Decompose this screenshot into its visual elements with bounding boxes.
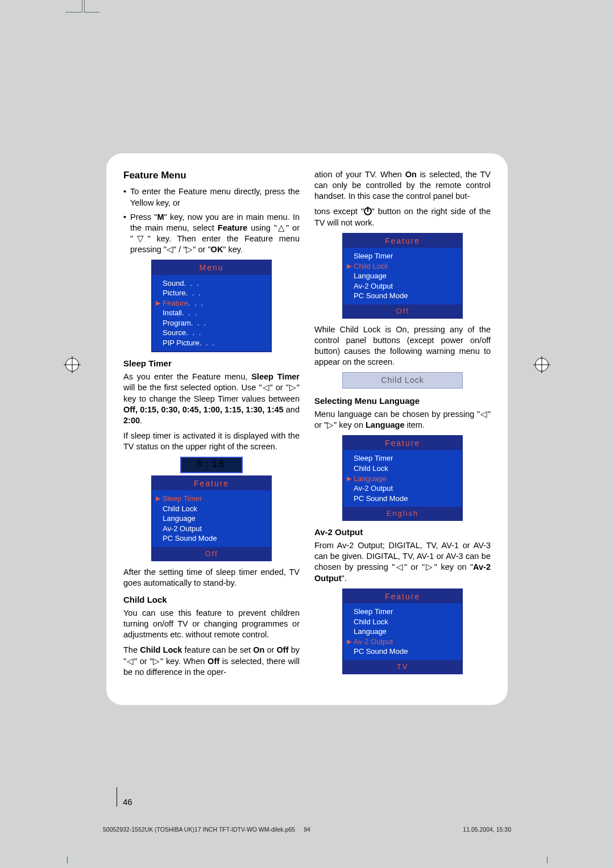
osd-item-label: Language bbox=[354, 627, 387, 637]
osd-menu-item: Av-2 Output bbox=[347, 483, 457, 494]
osd-item-label: Source bbox=[163, 328, 186, 338]
osd-item-label: Child Lock bbox=[354, 261, 388, 272]
osd-item-label: Av-2 Output bbox=[354, 281, 393, 291]
paragraph: As you enter the Feature menu, Sleep Tim… bbox=[123, 372, 300, 426]
manual-page: Feature Menu To enter the Feature menu d… bbox=[99, 11, 515, 835]
osd-item-label: Install bbox=[163, 308, 182, 318]
osd-menu-item: Child Lock bbox=[347, 464, 457, 474]
footer-mid: 94 bbox=[304, 826, 310, 833]
paragraph: tons except "" button on the right side … bbox=[314, 206, 491, 228]
paragraph: ation of your TV. When On is selected, t… bbox=[314, 169, 491, 202]
ellipsis-icon: . . . bbox=[188, 298, 204, 308]
heading-av2-output: Av-2 Output bbox=[314, 527, 491, 538]
osd-menu-item: Language bbox=[156, 514, 266, 524]
ellipsis-icon: . . . bbox=[200, 338, 215, 348]
osd-item-label: Sleep Timer bbox=[354, 453, 393, 464]
ellipsis-icon: . . . bbox=[182, 308, 198, 318]
osd-feature-sleep: Feature ▶Sleep TimerChild LockLanguageAv… bbox=[151, 475, 272, 561]
ellipsis-icon: . . . bbox=[191, 318, 207, 328]
osd-item-label: Feature bbox=[163, 298, 188, 308]
osd-item-label: Child Lock bbox=[163, 504, 197, 514]
osd-feature-av2: Feature Sleep TimerChild LockLanguage▶Av… bbox=[342, 589, 463, 674]
osd-item-label: PC Sound Mode bbox=[163, 533, 217, 544]
osd-menu-item: Sleep Timer bbox=[347, 607, 457, 617]
osd-menu-item: PC Sound Mode bbox=[347, 291, 457, 301]
page-number: 46 bbox=[117, 787, 132, 807]
heading-sleep-timer: Sleep Timer bbox=[123, 358, 300, 369]
osd-title: Feature bbox=[343, 436, 462, 450]
heading-child-lock: Child Lock bbox=[123, 594, 300, 606]
osd-item-label: Sleep Timer bbox=[354, 607, 393, 617]
osd-footer: Off bbox=[152, 547, 271, 560]
heading-language: Selecting Menu Language bbox=[314, 395, 491, 407]
osd-menu-item: PC Sound Mode bbox=[156, 533, 266, 544]
osd-item-label: Child Lock bbox=[354, 464, 388, 474]
paragraph: While Child Lock is On, pressing any of … bbox=[314, 324, 491, 368]
crop-mark bbox=[84, 0, 101, 12]
osd-item-label: Sleep Timer bbox=[354, 251, 393, 261]
osd-menu-item: Child Lock bbox=[347, 617, 457, 627]
osd-menu-item: Program . . . bbox=[156, 318, 266, 328]
osd-menu-item: Sleep Timer bbox=[347, 453, 457, 464]
osd-item-label: Language bbox=[354, 474, 387, 484]
osd-item-label: Child Lock bbox=[354, 617, 388, 627]
osd-menu-item: Child Lock bbox=[156, 504, 266, 514]
osd-footer: TV bbox=[343, 660, 462, 673]
osd-item-label: Sound bbox=[163, 278, 184, 289]
pointer-icon: ▶ bbox=[156, 299, 163, 307]
ellipsis-icon: . . . bbox=[185, 288, 201, 298]
osd-item-label: PC Sound Mode bbox=[354, 646, 408, 657]
paragraph: From Av-2 Output; DIGITAL, TV, AV-1 or A… bbox=[314, 540, 491, 584]
footer-filename: 50052932-1552UK (TOSHIBA UK)17 INCH TFT-… bbox=[103, 826, 295, 833]
osd-item-label: Language bbox=[163, 514, 196, 524]
osd-item-label: PC Sound Mode bbox=[354, 494, 408, 504]
osd-menu-item: Av-2 Output bbox=[156, 524, 266, 534]
osd-item-label: Sleep Timer bbox=[163, 494, 202, 504]
osd-menu-item: Source . . . bbox=[156, 328, 266, 338]
footer-datetime: 11.05.2004, 15:30 bbox=[463, 826, 511, 833]
content-card: Feature Menu To enter the Feature menu d… bbox=[106, 153, 508, 705]
bullet-item: To enter the Feature menu directly, pres… bbox=[123, 186, 300, 208]
osd-item-label: PIP Picture bbox=[163, 338, 200, 348]
osd-menu-item: ▶Language bbox=[347, 474, 457, 484]
osd-timer-badge: 0:15 bbox=[180, 457, 243, 473]
osd-feature-childlock: Feature Sleep Timer▶Child LockLanguageAv… bbox=[342, 233, 463, 319]
pointer-icon: ▶ bbox=[347, 474, 354, 483]
osd-item-label: Av-2 Output bbox=[163, 524, 202, 534]
osd-title: Feature bbox=[343, 590, 462, 603]
osd-menu-item: ▶Sleep Timer bbox=[156, 494, 266, 504]
osd-menu-item: Picture . . . bbox=[156, 288, 266, 298]
osd-item-label: Av-2 Output bbox=[354, 483, 393, 494]
paragraph: After the setting time of sleep timer en… bbox=[123, 567, 300, 589]
paragraph: The Child Lock feature can be set On or … bbox=[123, 645, 300, 677]
osd-menu-item: ▶Child Lock bbox=[347, 261, 457, 272]
bullet-item: Press "M" key, now you are in main menu.… bbox=[123, 212, 300, 256]
osd-item-label: Language bbox=[354, 271, 387, 281]
osd-menu-item: PC Sound Mode bbox=[347, 494, 457, 504]
footer-line: 50052932-1552UK (TOSHIBA UK)17 INCH TFT-… bbox=[99, 826, 515, 833]
paragraph: You can use this feature to prevent chil… bbox=[123, 608, 300, 640]
crop-ticks bbox=[57, 860, 557, 868]
heading-feature-menu: Feature Menu bbox=[123, 169, 300, 182]
paragraph: Menu language can be chosen by pressing … bbox=[314, 409, 491, 431]
osd-menu-item: Language bbox=[347, 271, 457, 281]
power-icon bbox=[364, 207, 372, 215]
osd-menu-item: PIP Picture . . . bbox=[156, 338, 266, 348]
pointer-icon: ▶ bbox=[347, 637, 354, 646]
registration-mark bbox=[65, 358, 79, 372]
osd-item-label: Av-2 Output bbox=[354, 637, 393, 647]
osd-menu-item: Sound . . . bbox=[156, 278, 266, 289]
ellipsis-icon: . . . bbox=[184, 278, 200, 289]
pointer-icon: ▶ bbox=[156, 494, 163, 503]
osd-item-label: Picture bbox=[163, 288, 185, 298]
osd-childlock-warning: Child Lock bbox=[342, 372, 463, 388]
crop-mark bbox=[65, 0, 82, 12]
osd-footer: English bbox=[343, 507, 462, 520]
osd-menu-item: ▶Av-2 Output bbox=[347, 637, 457, 647]
registration-mark bbox=[535, 358, 549, 372]
osd-item-label: Program bbox=[163, 318, 191, 328]
osd-menu-item: Av-2 Output bbox=[347, 281, 457, 291]
left-column: Feature Menu To enter the Feature menu d… bbox=[123, 169, 300, 682]
osd-feature-language: Feature Sleep TimerChild Lock▶LanguageAv… bbox=[342, 435, 463, 521]
osd-item-label: PC Sound Mode bbox=[354, 291, 408, 301]
